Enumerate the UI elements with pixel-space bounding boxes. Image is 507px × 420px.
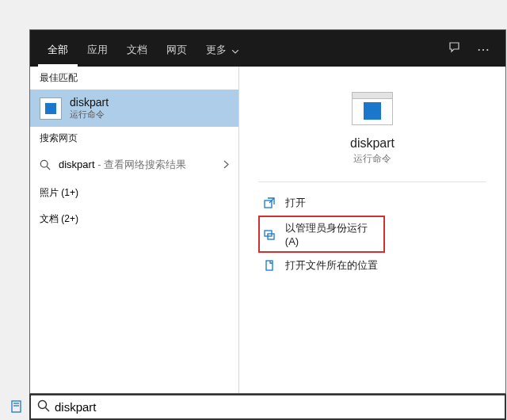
svg-point-0 xyxy=(40,160,48,167)
open-icon xyxy=(263,197,276,208)
action-open-location-label: 打开文件所在的位置 xyxy=(285,258,378,273)
action-open[interactable]: 打开 xyxy=(258,190,486,216)
web-search-item[interactable]: diskpart - 查看网络搜索结果 xyxy=(30,150,238,180)
action-run-as-admin-label: 以管理员身份运行(A) xyxy=(285,221,380,247)
tab-more-label: 更多 xyxy=(206,44,227,55)
folder-location-icon xyxy=(263,260,276,271)
preview-actions: 打开 以管理员身份运行(A) 打开文件所在的位置 xyxy=(258,182,486,278)
chevron-right-icon xyxy=(223,159,229,171)
category-photos[interactable]: 照片 (1+) xyxy=(30,180,238,206)
web-suffix: - 查看网络搜索结果 xyxy=(95,158,187,170)
more-options-icon[interactable]: ⋯ xyxy=(469,42,497,67)
svg-point-6 xyxy=(39,400,47,408)
chevron-down-icon xyxy=(232,44,238,56)
results-list: 最佳匹配 diskpart 运行命令 搜索网页 diskpart - 查看网络搜… xyxy=(30,67,239,393)
tab-docs[interactable]: 文档 xyxy=(117,35,157,67)
taskbar-app-icon[interactable] xyxy=(10,399,24,414)
svg-line-7 xyxy=(46,407,50,411)
svg-rect-5 xyxy=(266,261,273,270)
app-icon xyxy=(40,97,62,120)
category-docs[interactable]: 文档 (2+) xyxy=(30,206,238,232)
tab-bar: 全部 应用 文档 网页 更多 ⋯ xyxy=(30,30,505,67)
search-icon xyxy=(37,399,50,415)
preview-title: diskpart xyxy=(350,136,395,151)
section-search-web: 搜索网页 xyxy=(30,127,238,150)
tab-all[interactable]: 全部 xyxy=(38,35,78,67)
action-open-location[interactable]: 打开文件所在的位置 xyxy=(258,253,486,278)
tab-more[interactable]: 更多 xyxy=(196,35,248,67)
windows-search-panel: 全部 应用 文档 网页 更多 ⋯ 最佳匹配 diskpart 运行命令 搜索 xyxy=(29,29,506,394)
tab-apps[interactable]: 应用 xyxy=(78,35,117,67)
search-input[interactable] xyxy=(55,400,498,414)
feedback-icon[interactable] xyxy=(440,41,469,67)
action-open-label: 打开 xyxy=(285,196,306,210)
best-match-item[interactable]: diskpart 运行命令 xyxy=(30,90,238,127)
admin-icon xyxy=(263,229,276,240)
action-run-as-admin[interactable]: 以管理员身份运行(A) xyxy=(258,216,385,253)
svg-rect-8 xyxy=(12,401,21,412)
tab-web[interactable]: 网页 xyxy=(157,35,196,67)
section-best-match: 最佳匹配 xyxy=(30,67,238,90)
search-bar[interactable] xyxy=(29,394,506,420)
best-match-subtitle: 运行命令 xyxy=(70,109,109,120)
preview-pane: diskpart 运行命令 打开 以管理员身份运行(A) xyxy=(239,67,505,393)
preview-header: diskpart 运行命令 xyxy=(258,81,486,182)
preview-app-icon xyxy=(352,92,393,125)
web-term: diskpart xyxy=(59,158,95,170)
search-icon xyxy=(40,159,51,170)
preview-subtitle: 运行命令 xyxy=(353,152,391,166)
search-body: 最佳匹配 diskpart 运行命令 搜索网页 diskpart - 查看网络搜… xyxy=(30,67,505,393)
svg-line-1 xyxy=(47,166,50,170)
best-match-title: diskpart xyxy=(70,96,109,109)
